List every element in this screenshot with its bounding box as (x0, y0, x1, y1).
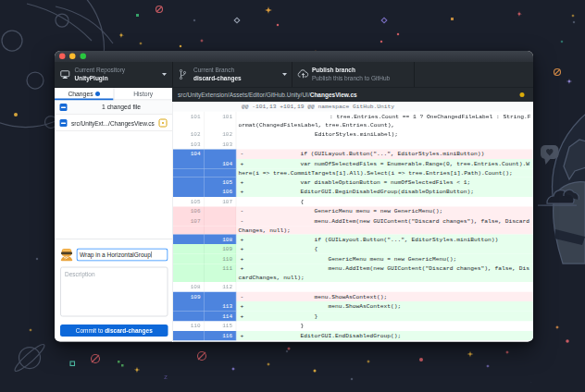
svg-text:z: z (164, 373, 168, 381)
svg-text:.: . (530, 378, 532, 384)
